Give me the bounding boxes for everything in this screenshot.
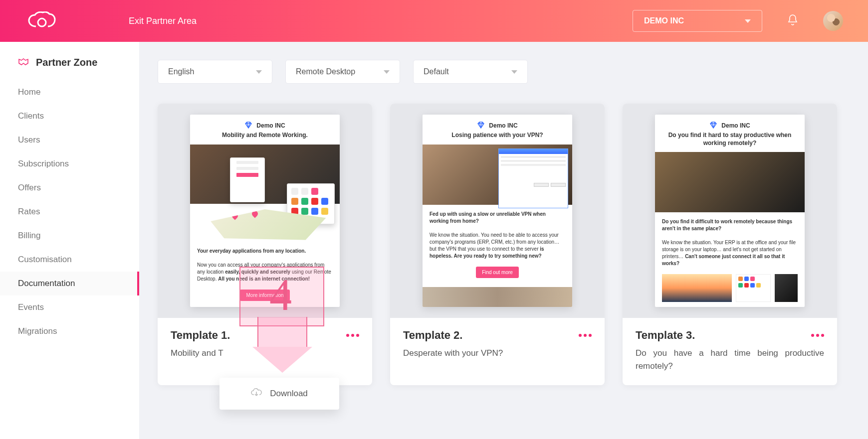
preview-headline: Losing patience with your VPN? bbox=[443, 132, 551, 141]
variant-dropdown-label: Default bbox=[424, 67, 449, 76]
template-preview: Demo INC Losing patience with your VPN? … bbox=[390, 104, 605, 318]
product-dropdown[interactable]: Remote Desktop bbox=[285, 60, 400, 84]
sidebar-title: Partner Zone bbox=[0, 57, 139, 80]
account-selector-label: DEMO INC bbox=[644, 16, 684, 25]
preview-cta-button: Find out more bbox=[476, 267, 519, 278]
cloud-download-icon bbox=[251, 388, 262, 400]
preview-app-panel bbox=[736, 274, 771, 302]
sidebar-item-subscriptions[interactable]: Subscriptions bbox=[0, 152, 139, 176]
sidebar-item-users[interactable]: Users bbox=[0, 128, 139, 152]
sidebar-item-events[interactable]: Events bbox=[0, 295, 139, 319]
card-title: Template 1. bbox=[171, 329, 230, 342]
preview-hero-image bbox=[655, 152, 805, 212]
chevron-down-icon bbox=[745, 19, 751, 23]
preview-secondary-image bbox=[662, 274, 732, 302]
handshake-icon bbox=[18, 57, 29, 68]
chevron-down-icon bbox=[511, 70, 517, 74]
card-subtitle: Desperate with your VPN? bbox=[403, 347, 592, 360]
sidebar-item-rates[interactable]: Rates bbox=[0, 200, 139, 224]
annotation-step-number: 4 bbox=[269, 269, 292, 320]
template-card: Demo INC Losing patience with your VPN? … bbox=[390, 104, 605, 385]
diamond-icon bbox=[477, 122, 485, 130]
account-selector[interactable]: DEMO INC bbox=[633, 10, 762, 32]
preview-body-title: Your everyday applications from any loca… bbox=[197, 248, 306, 254]
template-card: Demo INC Do you find it hard to stay pro… bbox=[623, 104, 837, 385]
sidebar-item-billing[interactable]: Billing bbox=[0, 224, 139, 248]
sidebar-item-home[interactable]: Home bbox=[0, 80, 139, 104]
card-title: Template 3. bbox=[636, 329, 695, 342]
language-dropdown-label: English bbox=[168, 67, 194, 76]
preview-sub-headline: Do you find it difficult to work remotel… bbox=[662, 219, 792, 231]
variant-dropdown[interactable]: Default bbox=[413, 60, 528, 84]
logo-icon bbox=[27, 11, 59, 30]
chevron-down-icon bbox=[384, 70, 390, 74]
sidebar-title-label: Partner Zone bbox=[36, 57, 97, 68]
card-menu-button[interactable] bbox=[579, 334, 592, 337]
preview-headline: Mobility and Remote Working. bbox=[214, 132, 316, 141]
card-subtitle: Do you have a hard time being productive… bbox=[636, 347, 824, 372]
preview-hero-image bbox=[190, 145, 340, 204]
sidebar-item-offers[interactable]: Offers bbox=[0, 176, 139, 200]
template-preview-body: Demo INC Losing patience with your VPN? … bbox=[423, 115, 572, 307]
preview-vpn-error-dialog bbox=[498, 148, 568, 208]
annotation-arrow-icon bbox=[257, 317, 312, 373]
preview-hero-image bbox=[423, 145, 572, 205]
preview-secondary-image bbox=[775, 274, 798, 302]
language-dropdown[interactable]: English bbox=[158, 60, 272, 84]
header-left: Exit Partner Area bbox=[27, 11, 197, 30]
template-preview: Demo INC Do you find it hard to stay pro… bbox=[623, 104, 837, 318]
diamond-icon bbox=[709, 122, 717, 130]
card-menu-button[interactable] bbox=[346, 334, 359, 337]
preview-login-panel bbox=[230, 157, 265, 202]
download-menu-label: Download bbox=[270, 389, 308, 399]
header-right: DEMO INC bbox=[633, 10, 843, 32]
sidebar-item-clients[interactable]: Clients bbox=[0, 104, 139, 128]
sidebar-item-customisation[interactable]: Customisation bbox=[0, 248, 139, 272]
preview-brand: Demo INC bbox=[721, 122, 750, 129]
preview-brand: Demo INC bbox=[489, 122, 517, 129]
card-title: Template 2. bbox=[403, 329, 462, 342]
card-menu-button[interactable] bbox=[811, 334, 824, 337]
product-dropdown-label: Remote Desktop bbox=[296, 67, 355, 76]
avatar[interactable] bbox=[823, 11, 843, 31]
diamond-icon bbox=[244, 122, 252, 130]
chevron-down-icon bbox=[256, 70, 262, 74]
filter-row: English Remote Desktop Default bbox=[158, 60, 850, 84]
sidebar-item-migrations[interactable]: Migrations bbox=[0, 319, 139, 343]
sidebar-item-documentation[interactable]: Documentation bbox=[0, 272, 139, 295]
download-menu-item[interactable]: Download bbox=[219, 378, 339, 410]
preview-headline: Do you find it hard to stay productive w… bbox=[660, 132, 800, 148]
notifications-button[interactable] bbox=[787, 14, 798, 28]
sidebar: Partner Zone Home Clients Users Subscrip… bbox=[0, 42, 140, 439]
preview-secondary-image bbox=[423, 287, 572, 307]
preview-brand: Demo INC bbox=[256, 122, 285, 129]
preview-sub-headline: Fed up with using a slow or unreliable V… bbox=[430, 211, 546, 224]
exit-partner-area-link[interactable]: Exit Partner Area bbox=[129, 16, 197, 26]
template-preview-body: Demo INC Do you find it hard to stay pro… bbox=[655, 115, 805, 307]
app-header: Exit Partner Area DEMO INC bbox=[0, 0, 868, 42]
